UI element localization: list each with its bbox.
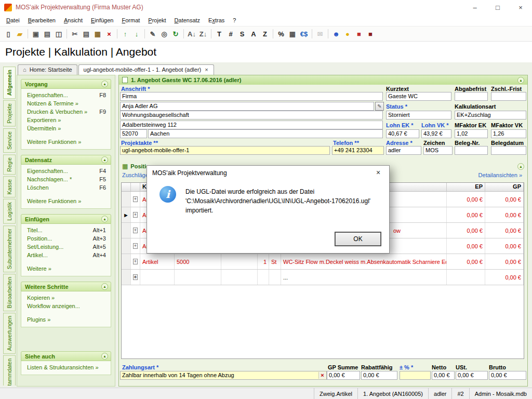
mfaktor-ek-field[interactable]: 1,02 [455, 129, 488, 138]
panel-item-drucken-verbuchen[interactable]: Drucken & Verbuchen »F9 [21, 108, 111, 116]
menu-item-einf-gen[interactable]: Einfügen [87, 16, 117, 25]
clear-icon[interactable]: × [318, 372, 326, 379]
row-expander-icon[interactable]: + [133, 212, 138, 218]
anschrift-field-3[interactable]: Wohnungsbaugesellschaft [120, 111, 383, 119]
zoom-icon[interactable]: ◎ [158, 28, 170, 39]
side-tab-auswertungen[interactable]: Auswertungen [3, 313, 16, 354]
side-tab-regie[interactable]: Regie [3, 154, 16, 175]
row-expander-icon[interactable]: + [133, 228, 138, 233]
telefon-field[interactable]: +49 241 23304 [332, 146, 384, 155]
zahlungsart-field[interactable]: Zahlbar innerhalb von 14 Tagen ohne Abzu… [120, 371, 327, 380]
menu-item-extras[interactable]: Extras [204, 16, 229, 25]
chevron-up-icon[interactable]: ▴ [101, 353, 108, 360]
table-row[interactable]: +Artikel50001StWC-Sitz Flow m.Deckel wei… [122, 254, 524, 270]
maximize-button[interactable]: □ [486, 0, 509, 15]
tab-home-startseite[interactable]: ⌂Home: Startseite [18, 64, 77, 75]
panel-item-kopieren[interactable]: Kopieren » [21, 294, 111, 302]
print-icon[interactable]: ▣ [30, 28, 42, 39]
row-expander-icon[interactable]: + [133, 196, 138, 202]
chevron-up-icon[interactable]: ▴ [101, 81, 108, 87]
tab-ugl-angebot-mobile-offer-1-1-angebot-adler[interactable]: ugl-angebot-mobile-offer-1 - 1. Angebot … [78, 64, 214, 75]
menu-item-ansicht[interactable]: Ansicht [60, 16, 87, 25]
percent-icon[interactable]: % [275, 28, 287, 39]
side-tab-projekte[interactable]: Projekte [3, 100, 16, 127]
anschrift-field-2[interactable]: Anja Adler AG [120, 102, 374, 111]
panel-item-eigenschaften[interactable]: Eigenschaften...F4 [21, 167, 111, 175]
menu-item-datensatz[interactable]: Datensatz [170, 16, 205, 25]
print-preview-icon[interactable]: ▤ [42, 28, 53, 39]
panel-item-bermitteln[interactable]: Übermitteln » [21, 124, 111, 132]
chevron-up-icon[interactable]: ▴ [101, 283, 108, 290]
side-tab-service[interactable]: Service [3, 128, 16, 153]
refresh-icon[interactable]: ↻ [170, 28, 181, 39]
table-row[interactable]: ∗...0,00 € [122, 270, 524, 285]
dialog-close-icon[interactable]: × [367, 166, 389, 180]
ok-button[interactable]: OK [335, 232, 381, 246]
side-tab-stammdaten[interactable]: Stammdaten [3, 355, 16, 385]
panel-item-notizen-termine[interactable]: Notizen & Termine » [21, 99, 111, 108]
currency-icon[interactable]: €$ [298, 28, 310, 39]
minimize-button[interactable]: – [463, 0, 486, 15]
ust-field[interactable]: 0,00 € [456, 371, 488, 380]
panel-item-listen-strukturansichten[interactable]: Listen & Strukturansichten » [21, 363, 111, 371]
netto-field[interactable]: 0,00 € [432, 371, 455, 380]
section-header-weitere-schritte[interactable]: Weitere Schritte▴ [21, 282, 111, 291]
rabattfaehig-field[interactable]: 0,00 € [361, 371, 397, 380]
belegdatum-field[interactable] [491, 146, 526, 155]
paste-icon[interactable]: ▦ [92, 28, 103, 39]
side-tab-b-roarbeiten[interactable]: Büroarbeiten [3, 274, 16, 311]
panel-item-set-leistung[interactable]: Set/Leistung...Alt+5 [21, 243, 111, 251]
lohn-ek-field[interactable]: 40,67 € [386, 129, 419, 138]
positions-collapse-icon[interactable]: ▴ [517, 163, 524, 170]
delete-icon[interactable]: × [103, 28, 115, 39]
side-tab-subunternehmer[interactable]: Subunternehmer [3, 225, 16, 272]
abgabefrist-field[interactable] [455, 92, 488, 101]
person-icon[interactable]: ☻ [330, 28, 342, 39]
format-set-icon[interactable]: S [236, 28, 248, 39]
brutto-field[interactable]: 0,00 € [489, 371, 526, 380]
collapse-icon[interactable]: ▴ [517, 77, 524, 84]
section-header-siehe-auch[interactable]: Siehe auch▴ [21, 351, 111, 361]
section-header-datensatz[interactable]: Datensatz▴ [21, 155, 111, 165]
address-edit-button[interactable]: ✎ [375, 102, 384, 111]
anschrift-field-1[interactable]: Firma [120, 92, 383, 101]
menu-item-datei[interactable]: Datei [2, 16, 24, 25]
edit-pen-icon[interactable]: ✎ [147, 28, 158, 39]
row-expander-icon[interactable]: + [133, 259, 138, 264]
ort-field[interactable]: Aachen [148, 129, 383, 138]
panel-item-titel[interactable]: Titel...Alt+1 [21, 226, 111, 234]
panel-item-weitere-funktionen[interactable]: Weitere Funktionen » [21, 138, 111, 146]
side-tab-kasse[interactable]: Kasse [3, 176, 16, 197]
panel-item-workflow-anzeigen[interactable]: Workflow anzeigen... [21, 302, 111, 310]
calculation-icon[interactable]: ▦ [287, 28, 298, 39]
menu-item-item[interactable]: ? [229, 16, 240, 25]
section-header-einf-gen[interactable]: Einfügen▴ [21, 214, 111, 224]
page-search-icon[interactable]: ◫ [53, 28, 64, 39]
copy-icon[interactable]: ▤ [81, 28, 92, 39]
close-button[interactable]: × [509, 0, 532, 15]
menu-item-projekt[interactable]: Projekt [144, 16, 170, 25]
move-down-icon[interactable]: ↓ [131, 28, 142, 39]
briefcase-icon[interactable]: ■ [353, 28, 365, 39]
format-sum-icon[interactable]: Z [259, 28, 271, 39]
chevron-up-icon[interactable]: ▴ [101, 216, 108, 222]
panel-item-position[interactable]: Position...Alt+3 [21, 234, 111, 243]
tab-close-icon[interactable]: × [204, 66, 208, 73]
row-expander-icon[interactable]: ∗ [133, 274, 138, 280]
plz-field[interactable]: 52070 [120, 129, 147, 138]
format-text-icon[interactable]: T [214, 28, 225, 39]
new-document-icon[interactable]: ▯ [3, 28, 14, 39]
panel-item-weitere[interactable]: Weitere » [21, 264, 111, 273]
chevron-up-icon[interactable]: ▴ [101, 156, 108, 163]
mfaktor-vk-field[interactable]: 1,26 [491, 129, 526, 138]
sort-asc-icon[interactable]: A↓ [186, 28, 197, 39]
panel-item-l-schen[interactable]: LöschenF6 [21, 183, 111, 192]
detailansichten-link[interactable]: Detailansichten » [478, 172, 522, 178]
panel-item-plugins[interactable]: Plugins » [21, 315, 111, 324]
anschrift-field-4[interactable]: Adalbertsteinweg 112 [120, 121, 383, 129]
panel-item-exportieren[interactable]: Exportieren » [21, 116, 111, 124]
panel-item-weitere-funktionen[interactable]: Weitere Funktionen » [21, 197, 111, 205]
menu-item-bearbeiten[interactable]: Bearbeiten [24, 16, 60, 25]
menu-item-format[interactable]: Format [117, 16, 144, 25]
format-article-icon[interactable]: A [248, 28, 259, 39]
